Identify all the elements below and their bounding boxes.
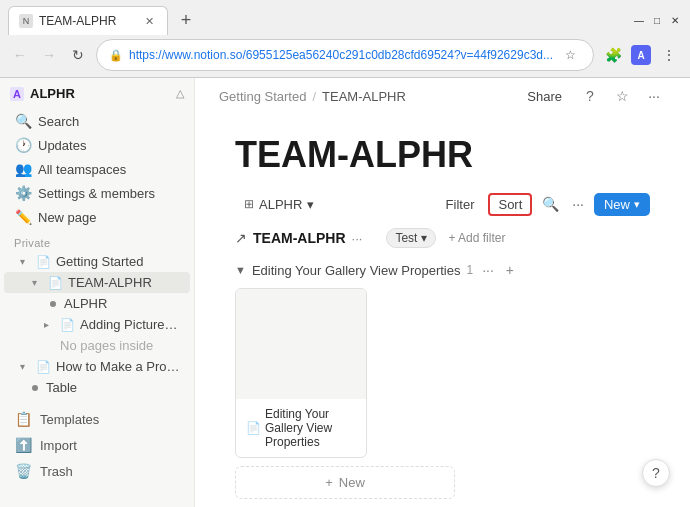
url-text: https://www.notion.so/6955125ea56240c291… xyxy=(129,48,553,62)
settings-label: Settings & members xyxy=(38,186,155,201)
tab-close-button[interactable]: ✕ xyxy=(141,13,157,29)
workspace-header[interactable]: A ALPHR △ xyxy=(0,78,194,109)
tree-item-adding-pictures[interactable]: ▸ 📄 Adding Pictures to Yo... xyxy=(0,314,194,335)
extensions-button[interactable]: 🧩 xyxy=(600,42,626,68)
sidebar: A ALPHR △ 🔍 Search 🕐 Updates 👥 All teams… xyxy=(0,78,195,507)
how-to-progress-page-icon: 📄 xyxy=(36,360,52,374)
tree-item-alphr[interactable]: ALPHR xyxy=(0,293,194,314)
team-alphr-chevron-icon: ▾ xyxy=(32,277,44,288)
workspace-favicon: A xyxy=(10,87,24,101)
filter-label: Filter xyxy=(446,197,475,212)
new-button[interactable]: New ▾ xyxy=(594,193,650,216)
section-add-button[interactable]: + xyxy=(503,262,517,278)
new-tab-button[interactable]: + xyxy=(172,7,200,35)
new-page-icon: ✏️ xyxy=(14,208,32,226)
forward-button[interactable]: → xyxy=(37,42,60,68)
tree-item-team-alphr[interactable]: ▾ 📄 TEAM-ALPHR xyxy=(4,272,190,293)
card-page-icon: 📄 xyxy=(246,421,261,435)
getting-started-chevron-icon: ▾ xyxy=(20,256,32,267)
page-title: TEAM-ALPHR xyxy=(235,134,650,176)
new-row-button[interactable]: + New xyxy=(235,466,455,499)
window-controls: — □ ✕ xyxy=(632,14,682,28)
sidebar-item-search[interactable]: 🔍 Search xyxy=(4,109,190,133)
adding-pictures-chevron-icon: ▸ xyxy=(44,319,56,330)
lock-icon: 🔒 xyxy=(109,49,123,62)
templates-icon: 📋 xyxy=(14,410,32,428)
section-more-button[interactable]: ··· xyxy=(479,262,497,278)
tab-bar: N TEAM-ALPHR ✕ + — □ ✕ xyxy=(0,0,690,35)
main-content: Getting Started / TEAM-ALPHR Share ? ☆ ·… xyxy=(195,78,690,507)
star-icon[interactable]: ☆ xyxy=(610,84,634,108)
sidebar-item-settings[interactable]: ⚙️ Settings & members xyxy=(4,181,190,205)
more-db-options-button[interactable]: ··· xyxy=(568,194,588,214)
refresh-button[interactable]: ↻ xyxy=(67,42,90,68)
updates-icon: 🕐 xyxy=(14,136,32,154)
test-filter-chevron-icon: ▾ xyxy=(421,231,427,245)
getting-started-label: Getting Started xyxy=(56,254,184,269)
add-filter-button[interactable]: + Add filter xyxy=(442,229,511,247)
breadcrumb: Getting Started / TEAM-ALPHR Share ? ☆ ·… xyxy=(195,78,690,114)
private-section-label: Private xyxy=(0,229,194,251)
app: A ALPHR △ 🔍 Search 🕐 Updates 👥 All teams… xyxy=(0,78,690,507)
search-button[interactable]: 🔍 xyxy=(538,192,562,216)
tree-item-table[interactable]: Table xyxy=(0,377,194,398)
import-icon: ⬆️ xyxy=(14,436,32,454)
sort-button[interactable]: Sort xyxy=(488,193,532,216)
profile-button[interactable]: A xyxy=(628,42,654,68)
filter-button[interactable]: Filter xyxy=(438,194,483,215)
active-tab[interactable]: N TEAM-ALPHR ✕ xyxy=(8,6,168,35)
search-label: Search xyxy=(38,114,79,129)
trash-label: Trash xyxy=(40,464,73,479)
alphr-dot-icon xyxy=(50,301,56,307)
tab-favicon: N xyxy=(19,14,33,28)
sidebar-item-all-teamspaces[interactable]: 👥 All teamspaces xyxy=(4,157,190,181)
tree-item-no-pages: No pages inside xyxy=(0,335,194,356)
sidebar-tree: ▾ 📄 Getting Started ▾ 📄 TEAM-ALPHR ALPHR… xyxy=(0,251,194,398)
table-label: Table xyxy=(46,380,184,395)
no-pages-label: No pages inside xyxy=(60,338,184,353)
maximize-button[interactable]: □ xyxy=(650,14,664,28)
minimize-button[interactable]: — xyxy=(632,14,646,28)
db-link-icon: ↗ xyxy=(235,230,247,246)
sidebar-item-trash[interactable]: 🗑️ Trash xyxy=(0,458,194,484)
tree-item-how-to-progress[interactable]: ▾ 📄 How to Make a Progres... xyxy=(0,356,194,377)
table-dot-icon xyxy=(32,385,38,391)
filter-bar: ↗ TEAM-ALPHR ··· Test ▾ + Add filter xyxy=(235,228,650,248)
section-header[interactable]: ▼ Editing Your Gallery View Properties 1… xyxy=(235,262,650,278)
sidebar-item-new-page[interactable]: ✏️ New page xyxy=(4,205,190,229)
trash-icon: 🗑️ xyxy=(14,462,32,480)
more-options-button[interactable]: ⋮ xyxy=(656,42,682,68)
sidebar-item-import[interactable]: ⬆️ Import xyxy=(0,432,194,458)
db-view-chevron-icon: ▾ xyxy=(307,197,314,212)
help-icon[interactable]: ? xyxy=(578,84,602,108)
sidebar-item-updates[interactable]: 🕐 Updates xyxy=(4,133,190,157)
import-label: Import xyxy=(40,438,77,453)
sidebar-item-templates[interactable]: 📋 Templates xyxy=(0,406,194,432)
new-button-chevron-icon: ▾ xyxy=(634,198,640,211)
alphr-label: ALPHR xyxy=(64,296,184,311)
new-row-icon: + xyxy=(325,475,333,490)
db-header-dots[interactable]: ··· xyxy=(352,231,363,246)
card-title-text: Editing Your Gallery View Properties xyxy=(265,407,356,449)
close-button[interactable]: ✕ xyxy=(668,14,682,28)
updates-label: Updates xyxy=(38,138,86,153)
sort-label: Sort xyxy=(498,197,522,212)
getting-started-page-icon: 📄 xyxy=(36,255,52,269)
url-bar[interactable]: 🔒 https://www.notion.so/6955125ea56240c2… xyxy=(96,39,594,71)
db-name-label: TEAM-ALPHR xyxy=(253,230,346,246)
back-button[interactable]: ← xyxy=(8,42,31,68)
tree-item-getting-started[interactable]: ▾ 📄 Getting Started xyxy=(0,251,194,272)
breadcrumb-path: Getting Started / TEAM-ALPHR xyxy=(219,89,406,104)
more-options-icon[interactable]: ··· xyxy=(642,84,666,108)
db-view-button[interactable]: ⊞ ALPHR ▾ xyxy=(235,193,323,216)
bookmark-icon[interactable]: ☆ xyxy=(559,44,581,66)
help-button[interactable]: ? xyxy=(642,459,670,487)
new-label: New xyxy=(604,197,630,212)
test-filter-tag[interactable]: Test ▾ xyxy=(386,228,436,248)
settings-icon: ⚙️ xyxy=(14,184,32,202)
breadcrumb-path1[interactable]: Getting Started xyxy=(219,89,306,104)
all-teamspaces-label: All teamspaces xyxy=(38,162,126,177)
share-button[interactable]: Share xyxy=(519,87,570,106)
teamspaces-icon: 👥 xyxy=(14,160,32,178)
gallery-card[interactable]: 📄 Editing Your Gallery View Properties xyxy=(235,288,367,458)
